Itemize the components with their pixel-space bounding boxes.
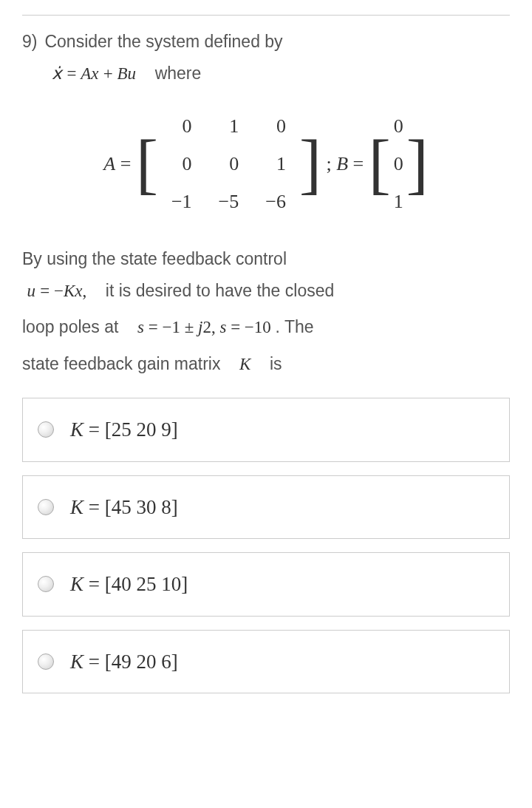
where-text: where [155, 64, 202, 83]
option-2-label: K = [45 30 8] [70, 492, 178, 523]
radio-icon[interactable] [38, 421, 54, 438]
question-prompt: Consider the system defined by [44, 29, 510, 55]
question-number: 9) [22, 29, 37, 55]
option-4[interactable]: K = [49 20 6] [22, 630, 510, 694]
question-body: By using the state feedback control u = … [22, 246, 510, 377]
option-3[interactable]: K = [40 25 10] [22, 552, 510, 617]
option-4-label: K = [49 20 6] [70, 647, 178, 677]
option-1[interactable]: K = [25 20 9] [22, 398, 510, 462]
matrix-B: [ 0 0 1 ] [369, 107, 429, 220]
options-list: K = [25 20 9] K = [45 30 8] K = [40 25 1… [22, 398, 510, 693]
question-header: 9) Consider the system defined by [22, 29, 510, 55]
option-2[interactable]: K = [45 30 8] [22, 475, 510, 540]
option-3-label: K = [40 25 10] [70, 569, 188, 600]
radio-icon[interactable] [38, 653, 54, 670]
matrix-definitions: A = [ 0 1 0 0 0 1 [22, 107, 510, 220]
radio-icon[interactable] [38, 499, 54, 515]
radio-icon[interactable] [38, 576, 54, 592]
matrix-A: [ 0 1 0 0 0 1 −1 [136, 107, 321, 220]
option-1-label: K = [25 20 9] [70, 415, 178, 445]
equation-system: ẋ = Ax + Bu where [52, 61, 510, 87]
